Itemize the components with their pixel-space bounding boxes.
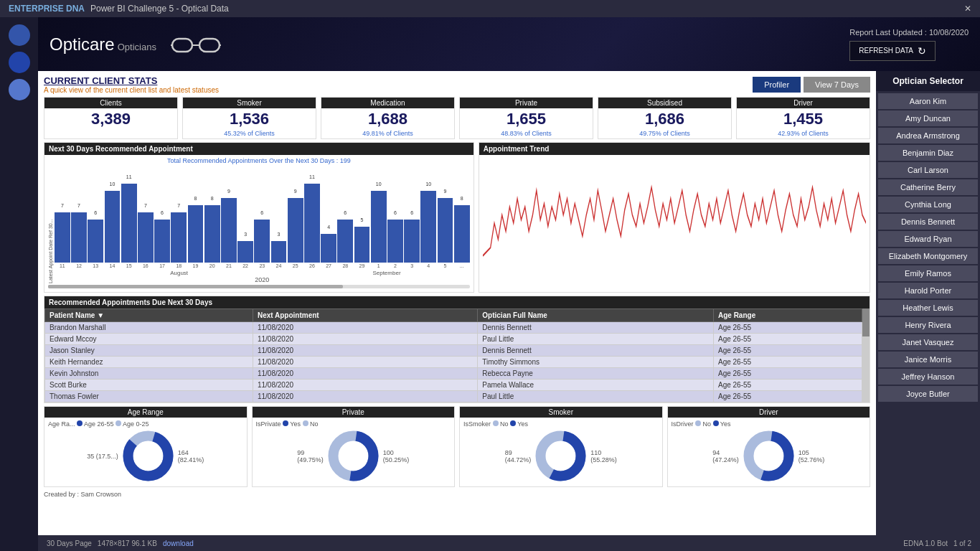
sidebar-item-joyce-butler[interactable]: Joyce Butler <box>878 386 978 402</box>
sidebar-item-emily-ramos[interactable]: Emily Ramos <box>878 265 978 281</box>
sidebar-item-aaron-kim[interactable]: Aaron Kim <box>878 93 978 109</box>
stat-value-medication: 1,688 <box>321 108 454 130</box>
table-row: Kevin Johnston11/08/2020Rebecca PayneAge… <box>45 368 862 380</box>
stat-card-title-smoker: Smoker <box>183 98 316 108</box>
sidebar-item-jeffrey-hanson[interactable]: Jeffrey Hanson <box>878 369 978 385</box>
smoker-donut: Smoker IsSmoker No Yes 89(44.72%) 110(55… <box>459 406 663 487</box>
sidebar-item-dennis-bennett[interactable]: Dennis Bennett <box>878 214 978 230</box>
sidebar-item-edward-ryan[interactable]: Edward Ryan <box>878 231 978 247</box>
col-header-appt: Next Appointment <box>253 309 477 322</box>
trend-chart-area <box>483 158 866 288</box>
driver-donut-svg <box>742 429 796 483</box>
age-range-title: Age Range <box>44 407 247 418</box>
profiler-button[interactable]: Profiler <box>753 77 801 93</box>
bar-item: 9 <box>221 198 237 263</box>
table-cell: Age 26-55 <box>713 357 862 368</box>
stat-card-private: Private 1,655 48.83% of Clients <box>459 97 593 139</box>
sidebar-item-harold-porter[interactable]: Harold Porter <box>878 283 978 298</box>
private-donut-svg <box>326 429 380 483</box>
bar-item: 9 <box>438 198 453 263</box>
page-number: 1 of 2 <box>953 540 971 547</box>
bar-item: 8 <box>188 205 204 263</box>
bar-chart-yaxis-label: Latest Appoint Date Ref 30... <box>48 166 53 283</box>
table-cell: 11/08/2020 <box>253 345 477 357</box>
bar-chart-title: Next 30 Days Recommended Appointment <box>44 143 473 155</box>
sort-icon: ▼ <box>97 311 104 319</box>
bar-item: 7 <box>55 212 70 263</box>
bar-axis-label: 28 <box>337 263 353 268</box>
bar-item: 10 <box>420 191 436 263</box>
stat-value-subsidised: 1,686 <box>598 108 731 130</box>
bar-chart-section: Next 30 Days Recommended Appointment Tot… <box>44 142 474 293</box>
stat-card-smoker: Smoker 1,536 45.32% of Clients <box>182 97 316 139</box>
appointment-trend-section: Appointment Trend <box>479 142 870 293</box>
table-cell: Age 26-55 <box>713 391 862 402</box>
sidebar-item-janice-morris[interactable]: Janice Morris <box>878 352 978 367</box>
download-link[interactable]: download <box>163 540 194 547</box>
driver-donut: Driver IsDriver No Yes 94(47.24%) 105(52… <box>667 406 871 487</box>
sidebar-item-henry-rivera[interactable]: Henry Rivera <box>878 317 978 333</box>
stat-card-title-clients: Clients <box>44 98 177 108</box>
stat-card-driver: Driver 1,455 42.93% of Clients <box>736 97 870 139</box>
bot-label: EDNA 1.0 Bot <box>903 540 948 547</box>
table-cell: Age 26-55 <box>713 322 862 334</box>
file-info: 1478×817 96.1 KB <box>98 540 157 547</box>
bar-item: 8 <box>454 205 470 263</box>
year-label: 2020 <box>55 276 470 283</box>
sidebar-item-elizabeth-montgomery[interactable]: Elizabeth Montgomery <box>878 248 978 264</box>
bar-axis-label: 4 <box>420 263 436 268</box>
table-cell: Age 26-55 <box>713 368 862 380</box>
stat-card-title-private: Private <box>460 98 593 108</box>
bar-item: 6 <box>337 220 353 263</box>
bar-axis-label: ... <box>454 263 470 268</box>
stat-card-title-medication: Medication <box>321 98 454 108</box>
table-row: Jason Stanley11/08/2020Dennis BennettAge… <box>45 345 862 357</box>
sidebar-item-janet-vasquez[interactable]: Janet Vasquez <box>878 334 978 350</box>
bar-item: 10 <box>371 191 387 263</box>
trend-chart-title: Appointment Trend <box>479 143 870 155</box>
recommended-appointments-section: Recommended Appointments Due Next 30 Day… <box>44 296 870 403</box>
glasses-icon <box>171 32 221 57</box>
sidebar-item-heather-lewis[interactable]: Heather Lewis <box>878 300 978 316</box>
footer-text: Created by : Sam Crowson <box>44 490 870 499</box>
private-donut: Private IsPrivate Yes No 99(49.75%) 100(… <box>252 406 456 487</box>
sidebar-item-cynthia-long[interactable]: Cynthia Long <box>878 197 978 212</box>
view7days-button[interactable]: View 7 Days <box>804 77 870 93</box>
sidebar-item-catherine-berry[interactable]: Catherine Berry <box>878 179 978 195</box>
bar-axis-label: 22 <box>237 263 253 268</box>
sidebar-item-carl-larson[interactable]: Carl Larson <box>878 162 978 178</box>
bar-item: 11 <box>121 184 137 263</box>
close-icon[interactable]: ✕ <box>964 4 971 14</box>
table-cell: 11/08/2020 <box>253 322 477 334</box>
bar-item: 10 <box>105 191 121 263</box>
stat-value-smoker: 1,536 <box>183 108 316 130</box>
bar-axis-label: 26 <box>304 263 320 268</box>
stats-subtitle: A quick view of the current client list … <box>44 86 219 94</box>
bar-axis-label: 27 <box>321 263 336 268</box>
table-cell: Scott Burke <box>45 380 253 391</box>
bar-axis-label: 3 <box>404 263 420 268</box>
stat-cards-row: Clients 3,389 Smoker 1,536 45.32% of Cli… <box>44 97 870 139</box>
svg-rect-0 <box>172 39 192 52</box>
bar-item: 4 <box>321 234 336 263</box>
sidebar-item-amy-duncan[interactable]: Amy Duncan <box>878 110 978 126</box>
bar-axis-label: 23 <box>254 263 270 268</box>
refresh-button[interactable]: REFRESH DATA ↻ <box>849 41 936 61</box>
title-bar: ENTERPRISE DNA Power BI Challenge 5 - Op… <box>0 0 980 17</box>
stat-pct-medication: 49.81% of Clients <box>321 130 454 138</box>
bar-axis-label: 19 <box>188 263 204 268</box>
report-updated-label: Report Last Updated : 10/08/2020 <box>849 28 969 37</box>
table-title: Recommended Appointments Due Next 30 Day… <box>44 296 870 309</box>
bar-item: 7 <box>171 212 187 263</box>
table-cell: Dennis Bennett <box>478 345 714 357</box>
sidebar-item-benjamin-diaz[interactable]: Benjamin Diaz <box>878 145 978 161</box>
bar-axis-label: 18 <box>171 263 187 268</box>
bar-axis-label: 2 <box>387 263 403 268</box>
table-cell: Paul Little <box>478 334 714 345</box>
bar-axis-label: 1 <box>371 263 387 268</box>
bar-item: 11 <box>304 184 320 263</box>
stat-card-medication: Medication 1,688 49.81% of Clients <box>321 97 455 139</box>
smoker-title: Smoker <box>460 407 662 418</box>
stat-pct-subsidised: 49.75% of Clients <box>598 130 731 138</box>
sidebar-item-andrea-armstrong[interactable]: Andrea Armstrong <box>878 128 978 143</box>
